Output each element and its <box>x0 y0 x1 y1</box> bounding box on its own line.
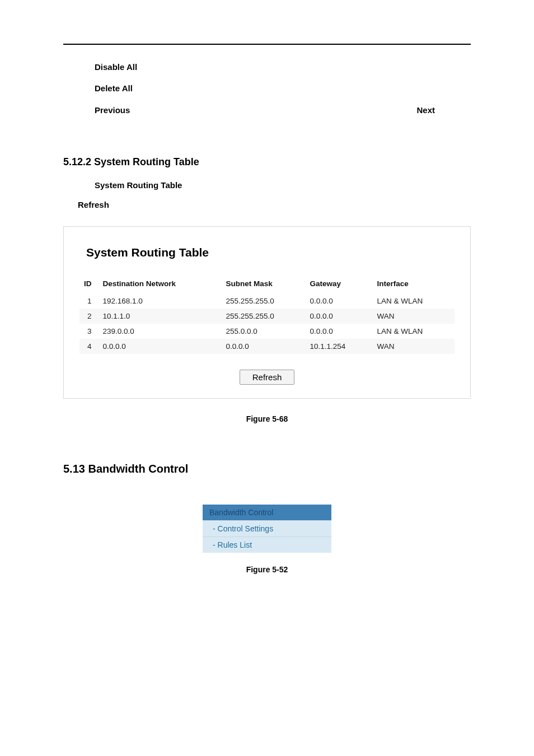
figure-5-52-caption: Figure 5-52 <box>63 565 471 574</box>
previous-term: Previous <box>95 105 130 116</box>
bandwidth-control-menu: Bandwidth Control - Control Settings - R… <box>203 505 331 553</box>
routing-table: ID Destination Network Subnet Mask Gatew… <box>79 276 455 354</box>
section-5-13-heading: 5.13 Bandwidth Control <box>63 463 471 475</box>
cell-id: 4 <box>79 339 99 354</box>
system-routing-table-label: System Routing Table <box>95 180 182 190</box>
top-rule <box>63 44 471 45</box>
col-mask: Subnet Mask <box>222 276 306 293</box>
panel-title: System Routing Table <box>86 246 455 259</box>
cell-id: 3 <box>79 324 99 339</box>
cell-iface: WAN <box>373 339 455 354</box>
section-5-12-2-heading: 5.12.2 System Routing Table <box>63 156 471 168</box>
cell-iface: LAN & WLAN <box>373 324 455 339</box>
bw-menu-control-settings[interactable]: - Control Settings <box>203 520 331 536</box>
cell-mask: 0.0.0.0 <box>222 339 306 354</box>
bw-menu-header[interactable]: Bandwidth Control <box>203 505 331 520</box>
table-row: 2 10.1.1.0 255.255.255.0 0.0.0.0 WAN <box>79 309 455 324</box>
col-gateway: Gateway <box>306 276 373 293</box>
table-row: 4 0.0.0.0 0.0.0.0 10.1.1.254 WAN <box>79 339 455 354</box>
col-dest: Destination Network <box>99 276 222 293</box>
cell-gateway: 0.0.0.0 <box>306 324 373 339</box>
cell-mask: 255.0.0.0 <box>222 324 306 339</box>
delete-all-term: Delete All <box>95 83 133 93</box>
cell-gateway: 10.1.1.254 <box>306 339 373 354</box>
table-row: 1 192.168.1.0 255.255.255.0 0.0.0.0 LAN … <box>79 293 455 309</box>
cell-id: 2 <box>79 309 99 324</box>
col-interface: Interface <box>373 276 455 293</box>
cell-mask: 255.255.255.0 <box>222 309 306 324</box>
col-id: ID <box>79 276 99 293</box>
bw-menu-rules-list[interactable]: - Rules List <box>203 536 331 553</box>
disable-all-term: Disable All <box>95 62 137 72</box>
next-term: Next <box>416 105 435 116</box>
cell-dest: 10.1.1.0 <box>99 309 222 324</box>
table-row: 3 239.0.0.0 255.0.0.0 0.0.0.0 LAN & WLAN <box>79 324 455 339</box>
cell-mask: 255.255.255.0 <box>222 293 306 309</box>
cell-dest: 0.0.0.0 <box>99 339 222 354</box>
cell-gateway: 0.0.0.0 <box>306 309 373 324</box>
cell-iface: LAN & WLAN <box>373 293 455 309</box>
refresh-term: Refresh <box>63 200 471 209</box>
routing-table-panel: System Routing Table ID Destination Netw… <box>63 226 471 399</box>
refresh-button[interactable]: Refresh <box>240 370 295 385</box>
cell-dest: 239.0.0.0 <box>99 324 222 339</box>
cell-id: 1 <box>79 293 99 309</box>
definitions-block: Disable All Delete All Previous Next <box>63 62 471 116</box>
cell-dest: 192.168.1.0 <box>99 293 222 309</box>
figure-5-68-caption: Figure 5-68 <box>63 414 471 423</box>
cell-gateway: 0.0.0.0 <box>306 293 373 309</box>
cell-iface: WAN <box>373 309 455 324</box>
